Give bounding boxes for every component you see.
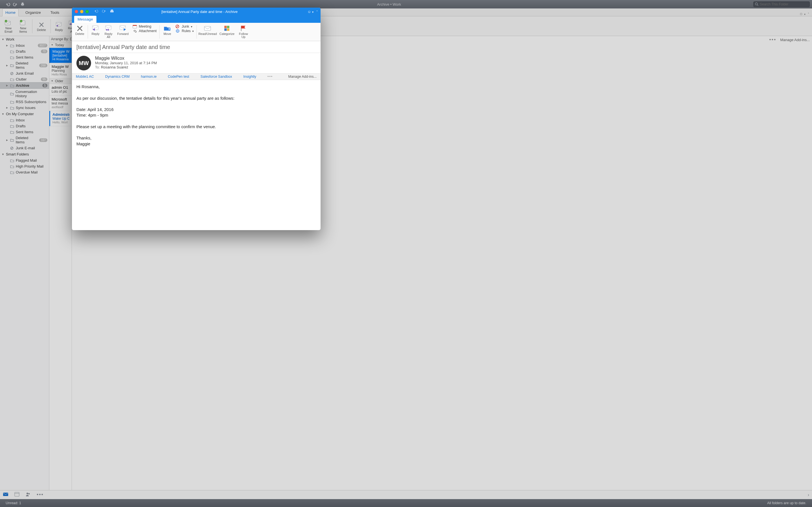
sidebar-item-label: Sent Items	[16, 130, 33, 134]
sidebar-item[interactable]: Junk Email	[0, 70, 49, 76]
sidebar-item[interactable]: Conversation History	[0, 89, 49, 99]
follow-up-button[interactable]: Follow Up	[237, 24, 250, 40]
sidebar-group[interactable]: ▼On My Computer	[0, 111, 49, 117]
folder-icon	[10, 106, 14, 110]
svg-rect-29	[133, 25, 137, 26]
sidebar-item[interactable]: Drafts70	[0, 48, 49, 54]
count-badge: 268	[39, 64, 47, 67]
minimize-window-icon[interactable]	[80, 10, 84, 13]
delete-button-main[interactable]: Delete	[35, 18, 48, 35]
sidebar-item[interactable]: ▶Sync Issues	[0, 105, 49, 111]
folder-icon	[10, 56, 14, 59]
date-group-header[interactable]: ▼Older	[49, 78, 71, 84]
meeting-button[interactable]: Meeting	[133, 24, 156, 29]
msg-subject: [tentative]	[52, 54, 69, 57]
folder-icon	[10, 78, 14, 81]
folder-icon	[10, 64, 14, 67]
tab-home[interactable]: Home	[2, 8, 18, 16]
sidebar-item[interactable]: Overdue Mail	[0, 169, 49, 175]
sidebar-group[interactable]: ▼Smart Folders	[0, 151, 49, 158]
junk-icon	[10, 72, 14, 75]
date-group-label: Today	[55, 43, 64, 47]
message-list-item[interactable]: admin O1Lots of pic	[49, 84, 71, 96]
sidebar-item[interactable]: ▶Archive1	[0, 82, 49, 89]
svg-rect-24	[111, 10, 113, 11]
message-list-item[interactable]: AdministrWake Up CHello, Worl	[49, 111, 71, 126]
msg-preview: Hi Rosanna	[52, 57, 69, 61]
sidebar-item[interactable]: Sent Items	[0, 54, 49, 60]
date-group-header[interactable]: ▼Today	[49, 42, 71, 48]
rules-button[interactable]: Rules ▾	[175, 29, 194, 33]
forward-button[interactable]: Forward	[115, 24, 131, 40]
sidebar-item[interactable]: Inbox	[0, 117, 49, 123]
message-list-item[interactable]: Maggie W[tentative]Hi Rosanna	[49, 48, 71, 63]
zoom-window-icon[interactable]	[86, 10, 89, 13]
read-unread-button[interactable]: Read/Unread	[198, 24, 217, 40]
disclosure-triangle-icon: ▼	[2, 153, 4, 156]
new-items-button[interactable]: + New Items	[16, 18, 30, 35]
sidebar-item[interactable]: ▶Inbox3027	[0, 43, 49, 48]
to-label: To:	[95, 65, 100, 69]
sidebar-item-label: Archive	[16, 83, 29, 88]
delete-button[interactable]: Delete	[73, 24, 87, 40]
message-subject: [tentative] Annual Party date and time	[77, 44, 316, 50]
folder-icon	[10, 124, 14, 128]
new-email-button[interactable]: + New Email	[2, 18, 15, 35]
tab-message[interactable]: Message	[74, 16, 96, 23]
addin-link[interactable]: Salesforce Sandbox	[200, 75, 232, 78]
sidebar-item[interactable]: ▶Deleted Items268	[0, 60, 49, 70]
sidebar-group[interactable]: ▼Work	[0, 36, 49, 43]
undo-icon[interactable]	[94, 9, 98, 14]
addin-link[interactable]: Dynamics CRM	[105, 75, 130, 78]
sidebar-item[interactable]: RSS Subscriptions	[0, 99, 49, 105]
move-button[interactable]: Move	[161, 24, 174, 40]
count-badge: 70	[41, 50, 47, 53]
print-icon[interactable]	[110, 9, 114, 14]
collapse-ribbon-icon[interactable]: ˄	[316, 10, 318, 13]
rules-label: Rules	[182, 29, 191, 33]
folder-icon	[10, 92, 14, 96]
sidebar-item[interactable]: Sent Items	[0, 129, 49, 135]
sidebar-item-label: Junk E-mail	[16, 146, 35, 150]
sidebar-item[interactable]: ▶Deleted Items167	[0, 135, 49, 145]
addin-link[interactable]: harmon.ie	[141, 75, 157, 78]
reply-button[interactable]: Reply	[89, 24, 102, 40]
smiley-icon[interactable]: ☺ ▾	[307, 10, 313, 14]
count-badge: 55	[41, 77, 47, 81]
sidebar-item-label: Sync Issues	[16, 106, 36, 110]
attachment-button[interactable]: Attachment	[133, 29, 156, 33]
message-info: MW Maggie Wilcox Monday, January 11, 201…	[72, 53, 320, 73]
print-icon[interactable]	[20, 2, 25, 6]
popup-tabbar: Message	[72, 15, 320, 23]
msg-subject: Wake Up C	[52, 117, 69, 121]
message-list-item[interactable]: Maggie WPlanningHello Rosa	[49, 63, 71, 78]
sidebar-item[interactable]: Junk E-mail	[0, 145, 49, 151]
addin-link[interactable]: Mobile1 AC	[76, 75, 94, 78]
folder-icon	[10, 119, 14, 122]
more-addins-icon[interactable]: •••	[267, 75, 273, 78]
sidebar-item[interactable]: High Priority Mail	[0, 163, 49, 169]
redo-icon[interactable]	[102, 9, 106, 14]
message-body: Hi Rosanna, As per our discussion, the t…	[72, 80, 320, 230]
manage-addins-link[interactable]: Manage Add-ins...	[288, 75, 317, 78]
arrange-by-header[interactable]: Arrange By: D	[49, 36, 71, 42]
forward-label: Forward	[117, 33, 129, 36]
reply-all-button[interactable]: Reply All	[102, 24, 115, 40]
addin-link[interactable]: Insightly	[243, 75, 256, 78]
addin-link[interactable]: CodePen test	[168, 75, 189, 78]
reply-button-main[interactable]: Reply	[53, 18, 65, 35]
addins-bar: Mobile1 ACDynamics CRMharmon.ieCodePen t…	[72, 73, 320, 80]
message-list-item[interactable]: Microsofttest messaasdfasdf	[49, 96, 71, 111]
tab-organize[interactable]: Organize	[22, 9, 44, 16]
sidebar-item[interactable]: Clutter55	[0, 76, 49, 82]
junk-button[interactable]: Junk ▾	[175, 24, 194, 29]
categorize-button[interactable]: Categorize	[217, 24, 237, 40]
sidebar-item[interactable]: Flagged Mail	[0, 158, 49, 163]
sidebar-item[interactable]: Drafts	[0, 123, 49, 129]
close-window-icon[interactable]	[75, 10, 78, 13]
folder-icon	[10, 44, 14, 47]
msg-from: admin O1	[52, 86, 69, 90]
undo-icon[interactable]	[6, 2, 10, 6]
tab-tools[interactable]: Tools	[48, 9, 62, 16]
redo-icon[interactable]	[13, 2, 17, 6]
